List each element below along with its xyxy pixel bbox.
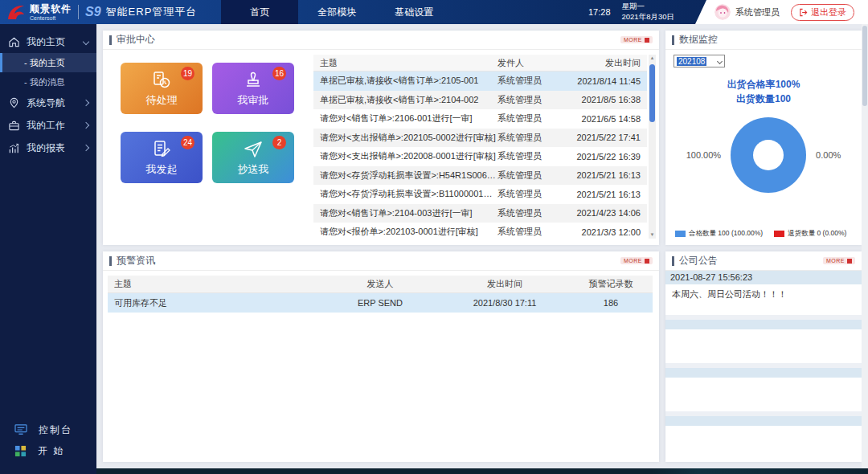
tile-label: 待处理	[146, 93, 178, 108]
scroll-down-icon[interactable]: ▼	[649, 231, 656, 239]
approval-row-subject: 单据已审核,请接收<销售订单>:2104-002	[313, 94, 497, 106]
user-avatar[interactable]	[714, 4, 731, 20]
tile-cc-me[interactable]: 2 抄送我	[212, 132, 294, 183]
legend-item: 合格数量 100 (100.00%)	[675, 229, 763, 239]
approval-row[interactable]: 单据已审核,请接收<销售订单>:2105-001系统管理员2021/8/14 1…	[313, 72, 647, 91]
paper-plane-icon	[243, 139, 264, 160]
chevron-down-icon	[717, 58, 723, 63]
doc-edit-icon	[151, 139, 172, 160]
header-accent	[109, 35, 112, 45]
announcements-title: 公司公告	[679, 254, 718, 268]
chart-icon	[8, 142, 20, 154]
approval-row-sender: 系统管理员	[497, 132, 567, 144]
console-button[interactable]: 控制台	[14, 419, 96, 440]
period-value: 202108	[677, 57, 706, 66]
data-monitor-header: 数据监控	[665, 31, 862, 50]
announcements-header: 公司公告 MORE	[665, 251, 862, 271]
logo-title: 顺景软件	[30, 4, 72, 14]
alerts-title: 预警资讯	[117, 254, 155, 268]
topbar: 顺景软件 Centersoft S9 智能ERP管理平台 首页全部模块基础设置 …	[0, 0, 868, 24]
scroll-up-icon[interactable]: ▲	[649, 55, 656, 62]
shipment-qty-text: 出货数量100	[674, 92, 854, 106]
page-scrollbar-thumb[interactable]	[862, 26, 867, 106]
alerts-table-header: 主题 发送人 发出时间 预警记录数	[108, 276, 653, 293]
sidebar-item-system-nav[interactable]: 系统导航	[0, 92, 96, 114]
approval-row-sender: 系统管理员	[497, 226, 567, 238]
nav-tab-3[interactable]: 基础设置	[375, 0, 452, 24]
console-icon	[14, 424, 27, 435]
nav-tab-2[interactable]: 全部模块	[298, 0, 375, 24]
approval-row-sender: 系统管理员	[497, 150, 567, 162]
s9-logo: S9	[85, 5, 101, 19]
alerts-panel: 预警资讯 MORE 主题 发送人 发出时间 预警记录数 可用库存不足ERP SE…	[103, 251, 659, 462]
more-icon	[645, 38, 649, 43]
sidebar-item-my-home[interactable]: 我的主页	[0, 31, 96, 53]
approval-row[interactable]: 请您对<销售订单>:2106-001进行[一审]系统管理员2021/6/5 14…	[313, 109, 647, 129]
approval-row-time: 2021/4/23 14:06	[567, 208, 647, 218]
legend-swatch	[675, 231, 686, 237]
sidebar-item-my-reports[interactable]: 我的报表	[0, 137, 96, 159]
announcements-more-button[interactable]: MORE	[823, 257, 855, 264]
period-select[interactable]: 202108	[674, 55, 725, 67]
centersoft-logo-icon	[6, 3, 26, 21]
approval-row[interactable]: 请您对<支出报销单>:202008-0001进行[审核]系统管理员2021/5/…	[313, 147, 647, 166]
logout-button[interactable]: 退出登录	[791, 4, 854, 21]
approval-row-time: 2021/8/5 16:38	[567, 95, 647, 104]
pass-rate-text: 出货合格率100%	[674, 77, 854, 92]
approval-row-time: 2021/6/5 14:58	[567, 114, 647, 124]
donut-ring	[731, 117, 806, 193]
approval-row[interactable]: 请您对<报价单>:202103-0001进行[审核]系统管理员2021/3/3 …	[313, 223, 647, 242]
announcements-list: 2021-08-27 15:56:23本周六、周日公司活动！！！	[665, 271, 862, 462]
approval-row[interactable]: 单据已审核,请接收<销售订单>:2104-002系统管理员2021/8/5 16…	[313, 91, 647, 110]
approval-row-sender: 系统管理员	[497, 188, 567, 200]
scrollbar-thumb[interactable]	[649, 64, 655, 122]
more-label: MORE	[826, 258, 845, 264]
alerts-more-button[interactable]: MORE	[620, 257, 653, 264]
approval-row[interactable]: 请您对<存货浮动耗损率设置>:B11000001进行[审核]系统管理员2021/…	[313, 185, 647, 204]
page-scrollbar[interactable]	[862, 24, 868, 468]
approval-row-subject: 请您对<存货浮动耗损率设置>:B11000001进行[审核]	[313, 188, 497, 200]
logo-divider	[78, 5, 79, 19]
data-monitor-title: 数据监控	[679, 33, 718, 47]
approval-row-time: 2021/5/21 16:13	[567, 190, 647, 199]
more-label: MORE	[624, 37, 642, 43]
legend-item: 退货数量 0 (0.00%)	[774, 229, 846, 239]
announcement-item[interactable]: 2021-08-27 15:56:23本周六、周日公司活动！！！	[665, 271, 862, 315]
date-block: 星期一 2021年8月30日	[622, 2, 674, 22]
approval-row[interactable]: 请您对<存货浮动耗损率设置>:H54R1S006002进行[审核]系统管理员20…	[313, 166, 647, 186]
start-button[interactable]: 开 始	[14, 440, 96, 461]
tile-label: 我审批	[238, 93, 269, 108]
announcement-time	[665, 416, 862, 426]
header-accent	[672, 256, 674, 266]
sidebar-subitem-my-home[interactable]: - 我的主页	[0, 53, 96, 72]
sidebar-item-my-work[interactable]: 我的工作	[0, 114, 96, 137]
logo-subtitle: Centersoft	[30, 15, 72, 21]
logout-icon	[799, 8, 808, 17]
nav-tab-1[interactable]: 首页	[221, 0, 298, 24]
approval-row[interactable]: 请您对<支出报销单>:202105-0002进行[审核]系统管理员2021/5/…	[313, 129, 647, 148]
chevron-down-icon	[83, 39, 89, 45]
tile-pending[interactable]: 19 待处理	[121, 63, 203, 114]
cc-me-count-badge: 2	[272, 136, 286, 149]
data-monitor-panel: 数据监控 202108 出货合格率100% 出货数量100 100.00% 0.…	[665, 31, 862, 245]
topbar-user-area: 系统管理员 退出登录	[695, 0, 868, 24]
alert-row[interactable]: 可用库存不足ERP SEND2021/8/30 17:11186	[108, 293, 653, 313]
tile-my-approvals[interactable]: 16 我审批	[212, 63, 294, 114]
approval-more-button[interactable]: MORE	[620, 36, 653, 43]
alerts-header: 预警资讯 MORE	[103, 251, 659, 271]
tile-initiated[interactable]: 24 我发起	[121, 132, 203, 183]
approval-row[interactable]: 请您对<销售订单>:2104-003进行[一审]系统管理员2021/4/23 1…	[313, 204, 647, 223]
approval-row-sender: 系统管理员	[497, 75, 567, 87]
approval-row-subject: 请您对<销售订单>:2104-003进行[一审]	[313, 207, 497, 219]
col-subject: 主题	[313, 57, 497, 69]
approval-table-scrollbar[interactable]: ▲ ▼	[649, 55, 656, 239]
pie-left-label: 100.00%	[686, 150, 721, 160]
tile-label: 我发起	[146, 162, 178, 177]
username: 系统管理员	[735, 6, 780, 18]
app-title: 智能ERP管理平台	[106, 5, 198, 19]
approval-row-subject: 请您对<销售订单>:2106-001进行[一审]	[313, 112, 497, 125]
my-approvals-count-badge: 16	[272, 67, 286, 80]
sidebar-subitem-my-messages[interactable]: - 我的消息	[0, 72, 96, 92]
approval-row-sender: 系统管理员	[497, 207, 567, 219]
main-content: 审批中心 MORE 19 待处理 16	[96, 24, 868, 474]
